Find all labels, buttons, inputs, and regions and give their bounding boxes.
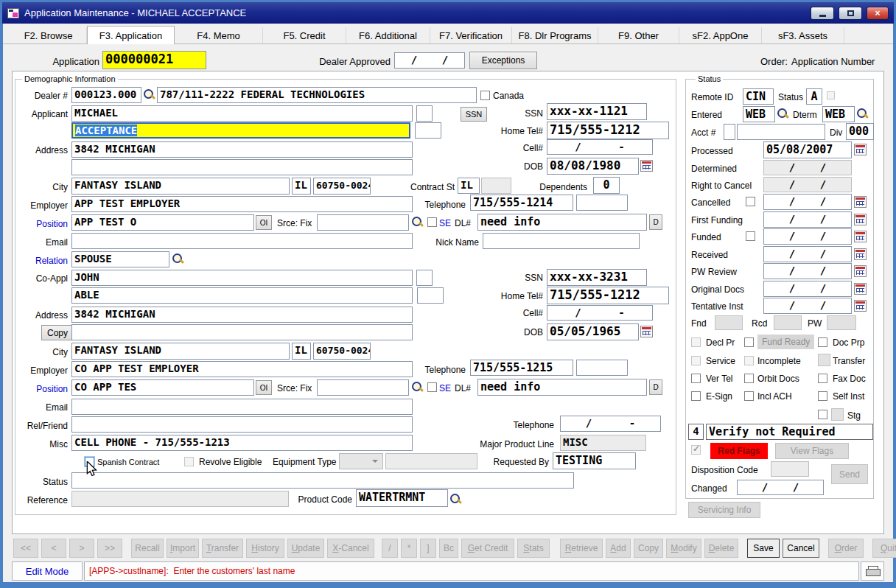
- applicant-last-name-field[interactable]: ACCEPTANCE: [71, 122, 410, 139]
- funded-field[interactable]: / /: [763, 228, 852, 245]
- coappl-state-field[interactable]: IL: [292, 343, 311, 360]
- processed-field[interactable]: 05/08/2007: [763, 141, 852, 158]
- save-button[interactable]: Save: [747, 539, 780, 558]
- coappl-telephone-ext-field[interactable]: [576, 360, 628, 376]
- tab-memo[interactable]: F4. Memo: [175, 27, 263, 43]
- applicant-suffix-field[interactable]: [415, 122, 441, 139]
- remote-id-field[interactable]: CIN: [743, 88, 774, 105]
- tab-other[interactable]: F9. Other: [598, 27, 679, 43]
- star-button[interactable]: *: [401, 539, 417, 558]
- pw-review-field[interactable]: / /: [763, 263, 852, 279]
- applicant-telephone-field[interactable]: 715/555-1214: [470, 195, 573, 211]
- applicant-ssn-field[interactable]: xxx-xx-1121: [547, 103, 647, 120]
- fund-ready-checkbox[interactable]: [744, 337, 754, 347]
- order-button[interactable]: Order: [828, 539, 864, 558]
- coappl-srce-fix-field[interactable]: [317, 379, 409, 396]
- coappl-city-field[interactable]: FANTASY ISLAND: [71, 343, 290, 360]
- tentative-inst-field[interactable]: / /: [763, 298, 852, 314]
- tab-additional[interactable]: F6. Additional: [346, 27, 430, 43]
- fax-doc-checkbox[interactable]: [818, 374, 827, 383]
- tab-assets[interactable]: sF3. Assets: [762, 27, 844, 43]
- copy-button[interactable]: Copy: [634, 539, 663, 558]
- d-button[interactable]: D: [649, 214, 662, 230]
- cancelled-checkbox[interactable]: [746, 197, 755, 206]
- history-button[interactable]: History: [246, 539, 284, 558]
- transfer-button[interactable]: Transfer: [202, 539, 243, 558]
- coappl-zip-field[interactable]: 60750-0024: [313, 343, 371, 360]
- received-field[interactable]: / /: [763, 246, 852, 262]
- bracket-button[interactable]: ]: [420, 539, 436, 558]
- update-button[interactable]: Update: [287, 539, 324, 558]
- delete-button[interactable]: Delete: [704, 539, 738, 558]
- applicant-address-field[interactable]: 3842 MICHIGAN: [71, 141, 413, 158]
- applicant-city-field[interactable]: FANTASY ISLAND: [71, 178, 290, 195]
- original-docs-field[interactable]: / /: [763, 281, 852, 297]
- coappl-se-checkbox[interactable]: [427, 382, 437, 392]
- cancelled-calendar-icon[interactable]: [854, 196, 867, 208]
- coappl-d-button[interactable]: D: [649, 379, 662, 395]
- misc-field[interactable]: CELL PHONE - 715/555-1213: [71, 435, 413, 451]
- entered-field[interactable]: WEB: [743, 106, 775, 122]
- servicing-info-button[interactable]: Servicing Info: [688, 502, 760, 518]
- srce-search-icon[interactable]: [411, 216, 423, 228]
- position-label[interactable]: Position: [12, 219, 68, 229]
- self-inst-checkbox[interactable]: [818, 391, 827, 401]
- minimize-button[interactable]: [811, 7, 834, 20]
- applicant-cell-field[interactable]: / -: [547, 139, 653, 155]
- tab-dlr-programs[interactable]: F8. Dlr Programs: [512, 27, 598, 43]
- canada-checkbox[interactable]: [480, 91, 490, 100]
- bc-button[interactable]: Bc: [439, 539, 458, 558]
- product-code-search-icon[interactable]: [449, 493, 461, 505]
- applicant-first-name-field[interactable]: MICHAEL: [71, 105, 413, 122]
- dterm-search-icon[interactable]: [856, 108, 868, 119]
- coappl-telephone-field[interactable]: 715/555-1215: [470, 360, 573, 376]
- application-number-field[interactable]: 000000021: [102, 51, 206, 69]
- coappl-cell-field[interactable]: / -: [547, 305, 653, 321]
- dealer-search-icon[interactable]: [143, 88, 155, 100]
- acct-number-field[interactable]: [737, 124, 825, 140]
- first-funding-field[interactable]: / /: [763, 211, 852, 228]
- coappl-oi-button[interactable]: OI: [256, 380, 272, 395]
- ssn-button[interactable]: SSN: [461, 107, 487, 122]
- contract-st-field[interactable]: IL: [458, 178, 480, 194]
- coappl-dob-field[interactable]: 05/05/1965: [547, 323, 639, 340]
- e-sign-checkbox[interactable]: [691, 391, 701, 401]
- applicant-dl-field[interactable]: need info: [477, 214, 647, 231]
- coappl-initial-field[interactable]: [416, 270, 433, 286]
- cancelled-field[interactable]: / /: [763, 194, 852, 210]
- status-code-field[interactable]: A: [806, 88, 822, 105]
- calendar-icon[interactable]: [640, 160, 653, 172]
- product-code-field[interactable]: WATERTRMNT: [356, 489, 448, 507]
- coappl-employer-field[interactable]: CO APP TEST EMPLOYER: [71, 361, 413, 377]
- add-button[interactable]: Add: [606, 539, 631, 558]
- incl-ach-checkbox[interactable]: [744, 391, 754, 401]
- se-checkbox[interactable]: [427, 217, 437, 227]
- entered-search-icon[interactable]: [777, 108, 788, 119]
- next-record-button[interactable]: >: [69, 539, 94, 558]
- coappl-suffix-field[interactable]: [417, 287, 444, 304]
- tab-verification[interactable]: F7. Verification: [430, 27, 512, 43]
- applicant-dob-field[interactable]: 08/08/1980: [547, 158, 639, 175]
- coappl-email-field[interactable]: [71, 399, 413, 415]
- equipment-type-dropdown[interactable]: [339, 453, 383, 469]
- rel-friend-telephone-field[interactable]: / -: [560, 416, 661, 432]
- ver-tel-checkbox[interactable]: [691, 374, 701, 383]
- relation-field[interactable]: SPOUSE: [71, 251, 169, 267]
- relation-search-icon[interactable]: [172, 253, 183, 265]
- doc-prp-checkbox[interactable]: [818, 337, 827, 347]
- nick-name-field[interactable]: [483, 233, 640, 249]
- slash-button[interactable]: /: [382, 539, 398, 558]
- changed-field[interactable]: / /: [737, 480, 824, 495]
- x-cancel-button[interactable]: X-Cancel: [327, 539, 374, 558]
- close-button[interactable]: ×: [867, 7, 889, 20]
- dterm-field[interactable]: WEB: [822, 106, 855, 122]
- send-button[interactable]: Send: [831, 464, 868, 484]
- stg-checkbox[interactable]: [818, 410, 827, 419]
- applicant-address2-field[interactable]: [71, 159, 413, 175]
- pw-review-calendar-icon[interactable]: [854, 265, 867, 277]
- dealer-name-field[interactable]: 787/111-2222 FEDERAL TECHNOLOGIES: [157, 87, 477, 103]
- copy-address-button[interactable]: Copy: [41, 325, 74, 340]
- coappl-address-field[interactable]: 3842 MICHIGAN: [71, 307, 413, 323]
- relation-label[interactable]: Relation: [12, 256, 68, 266]
- coappl-srce-search-icon[interactable]: [411, 381, 423, 393]
